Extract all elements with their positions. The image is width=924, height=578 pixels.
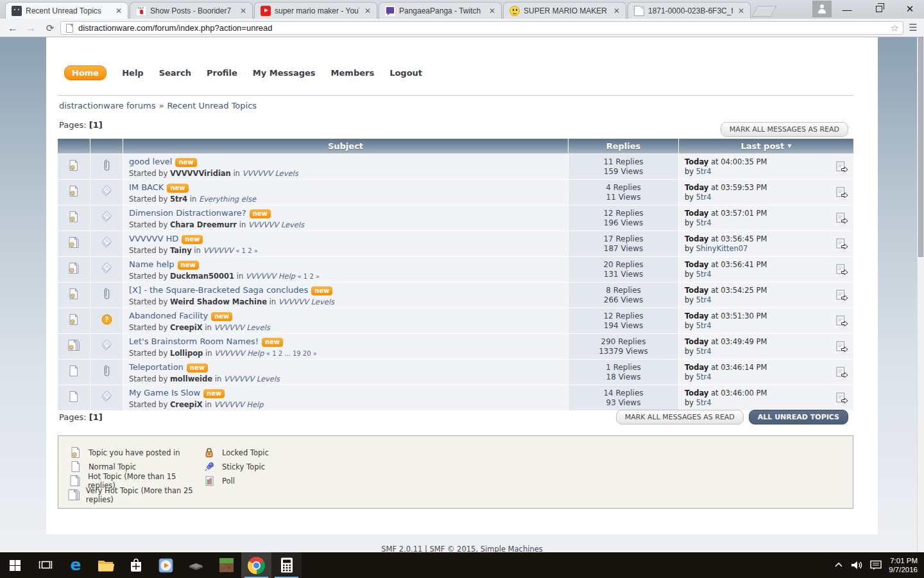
nav-profile[interactable]: Profile [207, 68, 237, 78]
topic-page-links[interactable]: « 1 2 ... 19 20 » [266, 350, 317, 357]
nav-help[interactable]: Help [122, 68, 143, 78]
chrome-taskbar-button[interactable] [241, 552, 271, 578]
gray-device-button[interactable] [181, 552, 211, 578]
task-view-button[interactable] [30, 552, 60, 578]
chrome-menu-icon[interactable]: ☰ [906, 22, 920, 33]
header-subject[interactable]: Subject [123, 139, 568, 153]
topic-link[interactable]: [X] - the Square-Bracketed Saga conclude… [129, 285, 308, 295]
topic-page-links[interactable]: « 1 2 » [298, 273, 320, 280]
mark-all-read-button-bottom[interactable]: MARK ALL MESSAGES AS READ [616, 410, 744, 425]
tab-close-icon[interactable]: ✕ [488, 6, 497, 15]
action-center-icon[interactable] [869, 559, 882, 571]
browser-tab[interactable]: SUPER MARIO MAKER BO ✕ [503, 2, 626, 19]
tab-close-icon[interactable]: ✕ [114, 6, 123, 15]
browser-scrollbar[interactable] [917, 37, 924, 552]
breadcrumb-root-link[interactable]: distractionware forums [59, 101, 155, 110]
new-badge[interactable]: new [211, 312, 232, 321]
browser-tab-active[interactable]: Recent Unread Topics ✕ [5, 2, 128, 19]
speaker-icon[interactable] [850, 559, 863, 571]
header-last-post[interactable]: Last post▼ [679, 139, 853, 153]
board-link[interactable]: VVVVVV Levels [224, 374, 280, 383]
topic-link[interactable]: Teleportation [129, 362, 184, 372]
page-number-link[interactable]: [1] [89, 120, 103, 130]
jump-to-lastpost-icon[interactable] [836, 187, 848, 200]
lastpost-author-link[interactable]: 5tr4 [696, 398, 712, 407]
jump-to-lastpost-icon[interactable] [836, 367, 848, 380]
board-link[interactable]: VVVVVV Help [214, 400, 263, 409]
mark-all-read-button-top[interactable]: MARK ALL MESSAGES AS READ [721, 122, 848, 137]
topic-starter-link[interactable]: CreepiX [170, 400, 203, 409]
lastpost-author-link[interactable]: 5tr4 [696, 347, 712, 356]
browser-tab[interactable]: super mario maker - YouT ✕ [254, 2, 377, 19]
tab-close-icon[interactable]: ✕ [239, 6, 248, 15]
jump-to-lastpost-icon[interactable] [836, 264, 848, 277]
new-badge[interactable]: new [187, 363, 208, 372]
browser-tab[interactable]: PangaeaPanga - Twitch ✕ [379, 2, 502, 19]
new-badge[interactable]: new [250, 209, 271, 218]
new-badge[interactable]: new [262, 338, 283, 347]
edge-button[interactable]: e [60, 552, 90, 578]
jump-to-lastpost-icon[interactable] [836, 213, 848, 226]
topic-link[interactable]: VVVVVV HD [129, 234, 178, 243]
board-link[interactable]: VVVVVV Levels [248, 220, 304, 229]
browser-profile-button[interactable] [812, 1, 832, 17]
new-badge[interactable]: new [203, 389, 225, 398]
lastpost-author-link[interactable]: 5tr4 [696, 372, 712, 381]
browser-tab[interactable]: Show Posts - Boorider7 ✕ [130, 2, 253, 19]
all-unread-topics-button[interactable]: ALL UNREAD TOPICS [749, 410, 848, 425]
restore-button[interactable] [866, 0, 892, 18]
topic-starter-link[interactable]: Lollipop [170, 349, 203, 358]
header-replies[interactable]: Replies [569, 139, 678, 153]
topic-starter-link[interactable]: Chara Dreemurr [170, 220, 237, 229]
topic-starter-link[interactable]: Weird Shadow Machine [170, 297, 267, 306]
lastpost-author-link[interactable]: 5tr4 [696, 321, 712, 330]
jump-to-lastpost-icon[interactable] [836, 238, 848, 252]
topic-starter-link[interactable]: VVVVVViridian [170, 169, 231, 178]
lastpost-author-link[interactable]: 5tr4 [696, 167, 712, 176]
back-button[interactable]: ← [5, 21, 21, 36]
jump-to-lastpost-icon[interactable] [836, 161, 848, 175]
board-link[interactable]: VVVVVV Levels [243, 169, 298, 178]
new-badge[interactable]: new [311, 286, 332, 295]
browser-tab[interactable]: 1871-0000-023B-6F3C_ful ✕ [628, 2, 751, 19]
file-explorer-button[interactable] [90, 552, 121, 578]
board-link[interactable]: VVVVVV Levels [278, 297, 334, 306]
board-link[interactable]: VVVVVV Help [214, 349, 264, 358]
nav-my-messages[interactable]: My Messages [253, 68, 316, 78]
tray-chevron-up-icon[interactable] [834, 560, 844, 570]
board-link[interactable]: VVVVVV Levels [214, 323, 270, 332]
jump-to-lastpost-icon[interactable] [836, 315, 848, 329]
lastpost-author-link[interactable]: 5tr4 [696, 193, 712, 202]
topic-starter-link[interactable]: 5tr4 [170, 195, 187, 204]
scrollbar-thumb[interactable] [918, 37, 923, 257]
topic-link[interactable]: IM BACK [129, 182, 164, 192]
minimize-button[interactable]: — [834, 0, 860, 18]
calculator-button[interactable] [271, 552, 302, 578]
topic-page-links[interactable]: « 1 2 » [235, 247, 258, 254]
new-badge[interactable]: new [182, 235, 203, 244]
topic-link[interactable]: Let's Brainstorm Room Names! [129, 337, 259, 346]
address-bar[interactable]: distractionware.com/forum/index.php?acti… [60, 21, 903, 35]
board-link[interactable]: VVVVVV Help [246, 272, 295, 281]
nav-search[interactable]: Search [159, 68, 191, 78]
jump-to-lastpost-icon[interactable] [836, 290, 848, 303]
topic-starter-link[interactable]: CreepiX [170, 323, 203, 332]
url-text[interactable]: distractionware.com/forum/index.php?acti… [78, 23, 891, 33]
new-badge[interactable]: new [178, 261, 199, 270]
tab-close-icon[interactable]: ✕ [612, 6, 621, 15]
media-player-button[interactable] [151, 552, 181, 578]
topic-link[interactable]: My Game Is Slow [129, 388, 200, 398]
new-badge[interactable]: new [175, 158, 196, 167]
lastpost-author-link[interactable]: 5tr4 [696, 270, 712, 279]
forward-button[interactable]: → [23, 21, 38, 36]
tab-close-icon[interactable]: ✕ [737, 6, 746, 15]
board-link[interactable]: VVVVVV [203, 246, 233, 255]
lastpost-author-link[interactable]: 5tr4 [696, 295, 712, 304]
nav-logout[interactable]: Logout [389, 68, 422, 78]
topic-link[interactable]: Name help [129, 259, 175, 269]
topic-starter-link[interactable]: Tainy [170, 246, 192, 255]
close-button[interactable]: ✕ [897, 0, 923, 18]
topic-starter-link[interactable]: Duckman50001 [170, 272, 234, 281]
page-number-link[interactable]: [1] [89, 412, 103, 422]
lastpost-author-link[interactable]: ShinyKitten07 [696, 244, 748, 253]
